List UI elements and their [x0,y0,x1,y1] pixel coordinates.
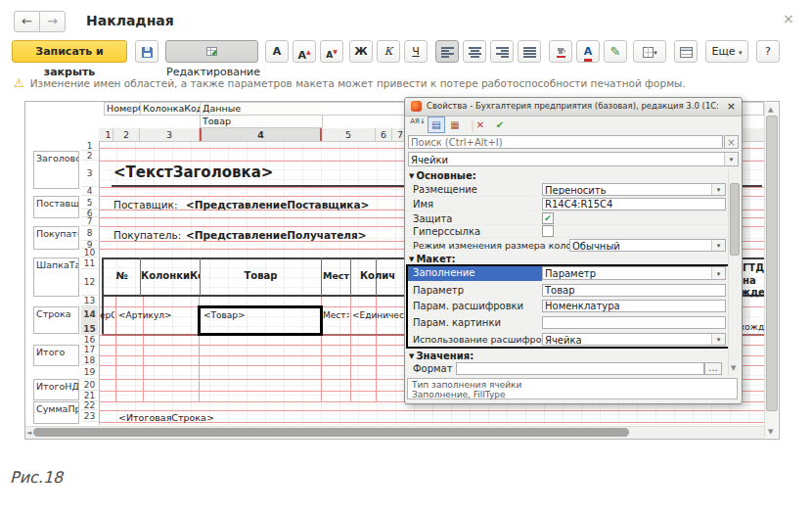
scroll-down-icon[interactable]: ▼ [768,428,773,436]
search-clear-icon[interactable]: × [724,135,739,149]
horizontal-scrollbar-thumb[interactable] [33,428,629,437]
dialog-titlebar[interactable]: Свойства - Бухгалтерия предприятия (базо… [405,98,742,117]
section-layout[interactable]: ▼Макет: [409,254,455,264]
object-type-combo[interactable]: Ячейки▾ [408,152,739,166]
hint-line1: Тип заполнения ячейки [412,380,521,390]
prop-parameter-input[interactable] [542,284,726,297]
prop-placement-combo[interactable]: Переносить▾ [542,183,726,196]
prop-decryption-input[interactable] [542,300,726,312]
format-ellipsis-button[interactable]: ... [704,362,722,375]
figure-caption: Рис.18 [10,468,63,487]
prop-fill-label[interactable]: Заполнение [407,265,542,281]
vertical-scrollbar-thumb[interactable] [766,116,778,411]
horizontal-scrollbar[interactable]: ◄ [25,426,764,439]
collapse-icon[interactable]: ▼ [409,352,414,360]
borders-icon [642,45,654,58]
cell-template-title[interactable]: <ТекстЗаголовка> [113,164,273,181]
align-left-button[interactable] [435,40,459,63]
more-button[interactable]: Еще ▾ [705,40,748,63]
back-button[interactable]: ← [14,11,40,32]
cell-gtd[interactable]: ГТД [743,262,764,273]
property-hint: Тип заполнения ячейки Заполнение, FillTy… [407,378,738,399]
prop-resize-label: Режим изменения размера колонки [413,240,569,251]
fill-color-button[interactable] [549,40,572,63]
scroll-down-icon[interactable]: ▼ [731,364,736,372]
cell-supplier-value[interactable]: <ПредставлениеПоставщика> [186,199,369,211]
italic-button[interactable]: К [377,40,400,63]
prop-placement-label: Размещение [413,184,540,195]
align-justify-button[interactable] [518,40,541,63]
prop-hyperlink-checkbox[interactable] [542,225,554,237]
vertical-scrollbar[interactable]: ▲ ▼ [764,103,778,438]
cancel-icon[interactable]: ✕ [472,117,489,133]
section-main[interactable]: ▼Основные: [409,170,476,181]
prop-protection-checkbox[interactable]: ✔ [542,212,554,224]
align-right-button[interactable] [490,40,514,63]
1c-logo-icon [411,101,422,112]
borders-button[interactable]: ▾ [633,40,666,63]
chevron-down-icon[interactable]: ▾ [711,240,725,251]
page-title: Накладная [86,13,174,28]
forward-icon: → [47,14,58,28]
prop-picture-input[interactable] [542,316,726,329]
cell-row-unit[interactable]: <Единичество [352,310,405,320]
cell-buyer-value[interactable]: <ПредставлениеПолучателя> [186,229,367,241]
table-header-places[interactable]: Мест [322,258,350,295]
table-header-item[interactable]: Товар [201,258,321,295]
prop-format-input[interactable] [456,362,704,375]
cell-supplier-label[interactable]: Поставщик: [113,199,177,211]
paint-bucket-icon [554,45,567,58]
prop-details-combo[interactable]: Ячейка▾ [542,333,726,346]
edit-mode-button[interactable]: Редактирование [165,40,258,63]
section-values[interactable]: ▼Значения: [409,351,474,361]
merge-cells-button[interactable] [674,40,698,63]
font-button[interactable]: A [265,40,289,63]
selected-cell-border[interactable] [198,305,323,336]
forward-button[interactable]: → [39,11,66,32]
cell-buyer-label[interactable]: Покупатель: [113,229,181,241]
prop-picture-label: Парам. картинки [413,317,540,328]
align-center-button[interactable] [463,40,486,63]
collapse-icon[interactable]: ▼ [409,256,414,263]
save-button[interactable] [135,40,158,63]
underline-button[interactable]: Ч [404,40,428,63]
toolbar: Записать и закрыть Редактирование A A▲ A… [0,40,812,66]
prop-fill-combo[interactable]: Параметр▾ [542,266,726,280]
important-only-icon[interactable]: ▦ [446,117,464,133]
dialog-scrollbar[interactable]: ▼ [728,169,740,375]
cell-row-num[interactable]: ерСтр [100,310,114,320]
scroll-up-icon[interactable]: ▲ [768,106,773,114]
font-color-button[interactable]: A [576,40,600,63]
apply-icon[interactable]: ✔ [491,117,509,133]
cell-total-row[interactable]: <ИтоговаяСтрока> [118,412,214,423]
line-color-button[interactable]: ✎ [604,40,627,63]
categories-icon[interactable]: ▤ [428,117,445,133]
chevron-down-icon[interactable]: ▾ [724,153,738,165]
table-header-qty[interactable]: Колич [351,258,404,295]
dropdown-icon: ▾ [654,49,657,57]
page-close-icon[interactable]: × [783,11,794,26]
dialog-close-icon[interactable]: × [727,100,736,113]
save-close-button[interactable]: Записать и закрыть [12,40,127,63]
scroll-left-icon[interactable]: ◄ [26,429,31,437]
cell-row-articul[interactable]: <Артикул> [118,310,172,320]
table-header-num[interactable]: № [104,258,140,295]
table-header-code[interactable]: КолонкиКо [141,258,200,295]
chevron-down-icon[interactable]: ▾ [711,334,725,345]
font-decrease-button[interactable]: A▼ [320,40,343,63]
bold-button[interactable]: Ж [349,40,373,63]
prop-name-input[interactable] [542,198,726,211]
sort-alphabetical-icon[interactable]: АЯ↓ [409,117,427,134]
prop-decryption-label: Парам. расшифровки [413,301,540,311]
cell-row-places[interactable]: Мест> [323,310,349,320]
font-increase-button[interactable]: A▲ [293,40,316,63]
warning-icon: ⚠ [14,76,24,90]
help-button[interactable]: ? [756,40,780,63]
prop-name-label: Имя [413,199,540,210]
prop-resize-combo[interactable]: Обычный▾ [569,239,726,252]
collapse-icon[interactable]: ▼ [409,172,414,180]
search-input[interactable] [408,135,723,149]
dialog-scrollbar-thumb[interactable] [730,183,740,256]
chevron-down-icon[interactable]: ▾ [711,184,725,195]
chevron-down-icon[interactable]: ▾ [711,267,725,279]
